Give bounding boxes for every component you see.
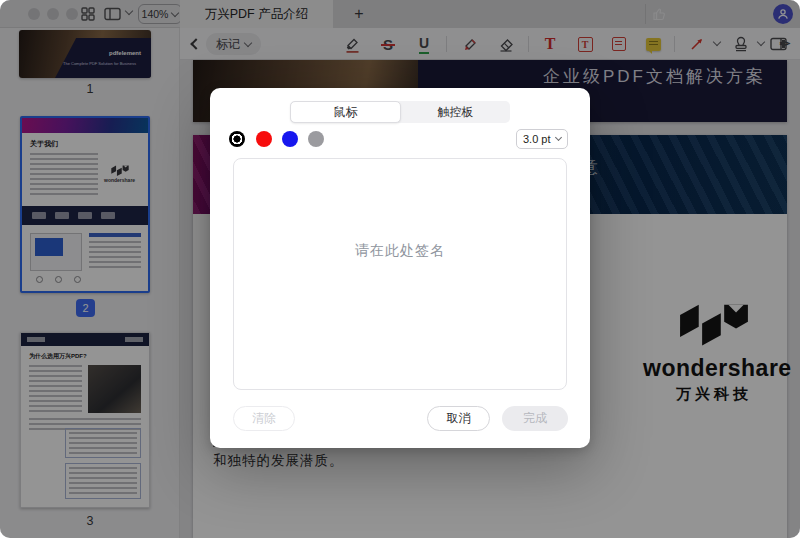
tab-mouse[interactable]: 鼠标 bbox=[290, 101, 401, 123]
color-swatch-black[interactable] bbox=[229, 131, 245, 147]
signature-placeholder: 请在此处签名 bbox=[355, 242, 445, 260]
tab-trackpad[interactable]: 触控板 bbox=[401, 101, 510, 123]
color-swatch-red[interactable] bbox=[256, 131, 272, 147]
clear-button[interactable]: 清除 bbox=[233, 406, 295, 431]
stroke-width-dropdown[interactable]: 3.0 pt bbox=[516, 129, 568, 149]
done-button[interactable]: 完成 bbox=[502, 406, 568, 431]
cancel-button[interactable]: 取消 bbox=[427, 406, 490, 431]
input-mode-segmented-control: 鼠标 触控板 bbox=[290, 101, 510, 123]
signature-dialog: 鼠标 触控板 3.0 pt 请在此处签名 清除 取消 完成 bbox=[210, 88, 590, 448]
app-window: 140% 万兴PDF 产品介绍 + bbox=[0, 0, 800, 538]
color-swatch-gray[interactable] bbox=[308, 131, 324, 147]
color-swatch-blue[interactable] bbox=[282, 131, 298, 147]
chevron-down-icon bbox=[555, 134, 562, 141]
signature-canvas[interactable]: 请在此处签名 bbox=[233, 158, 567, 390]
stroke-width-value: 3.0 pt bbox=[523, 133, 551, 145]
